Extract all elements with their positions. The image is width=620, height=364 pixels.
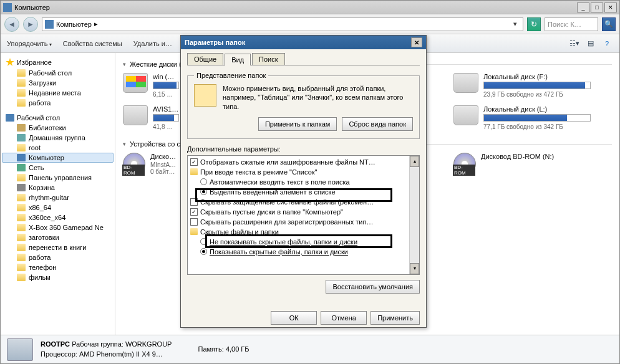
checkbox-hide-protected[interactable] xyxy=(190,198,198,206)
sidebar-item-root[interactable]: root xyxy=(2,143,114,153)
minimize-button[interactable]: _ xyxy=(577,2,589,12)
tab-search[interactable]: Поиск xyxy=(252,53,284,65)
view-button[interactable]: ☷▾ xyxy=(568,37,581,50)
collapse-icon[interactable]: ▾ xyxy=(123,61,126,67)
sidebar-item[interactable]: фильм xyxy=(2,272,114,282)
tab-view[interactable]: Вид xyxy=(225,54,251,65)
radio-show-hidden[interactable] xyxy=(200,248,207,255)
address-bar[interactable]: Компьютер ▸ ▾ xyxy=(42,17,523,31)
folder-icon xyxy=(17,214,26,221)
sidebar-item[interactable]: телефон xyxy=(2,262,114,272)
sidebar-item[interactable]: rhythm-guitar xyxy=(2,193,114,203)
folder-icon xyxy=(17,204,26,211)
folder-options-dialog: Параметры папок ✕ Общие Вид Поиск Предст… xyxy=(180,35,427,328)
sidebar-item[interactable]: перенести в книги xyxy=(2,242,114,252)
favorites-header: Избранное xyxy=(17,59,52,66)
drive-item[interactable]: Дисковод BD-ROM (N:) xyxy=(453,153,591,175)
radio[interactable] xyxy=(200,188,207,195)
nav-tree[interactable]: Избранное Рабочий стол Загрузки Недавние… xyxy=(1,53,115,335)
desktop-icon xyxy=(6,114,14,122)
preview-pane-button[interactable]: ▤ xyxy=(584,37,597,50)
search-input[interactable]: Поиск: К… xyxy=(545,17,598,31)
sidebar-item-downloads[interactable]: Загрузки xyxy=(2,78,114,88)
reset-folders-button[interactable]: Сброс вида папок xyxy=(342,117,413,131)
radio-dont-show-hidden[interactable] xyxy=(200,238,207,245)
drive-icon xyxy=(453,73,478,93)
folder-icon xyxy=(17,174,26,181)
advanced-options-tree[interactable]: ✓Отображать сжатые или зашифрованные фай… xyxy=(187,155,420,275)
sidebar-item-recent[interactable]: Недавние места xyxy=(2,88,114,98)
nav-bar: ◄ ► Компьютер ▸ ▾ ↻ Поиск: К… 🔍 xyxy=(1,14,619,34)
drive-item[interactable]: AVIS1… 41,8 … xyxy=(123,105,179,130)
group-devices: Устройства со с… xyxy=(130,140,187,148)
radio[interactable] xyxy=(200,178,207,185)
system-props-button[interactable]: Свойства системы xyxy=(63,40,122,47)
trash-icon xyxy=(17,184,26,191)
address-dropdown-icon[interactable]: ▾ xyxy=(510,20,520,28)
folder-icon xyxy=(17,274,26,281)
sidebar-item-controlpanel[interactable]: Панель управления xyxy=(2,173,114,183)
folder-icon xyxy=(17,244,26,251)
desktop-header: Рабочий стол xyxy=(17,114,60,122)
drive-icon xyxy=(123,105,148,125)
refresh-button[interactable]: ↻ xyxy=(527,17,541,31)
computer-icon xyxy=(45,20,54,29)
dialog-close-button[interactable]: ✕ xyxy=(411,37,422,47)
folder-icon xyxy=(190,168,198,175)
drive-icon xyxy=(123,73,148,93)
folder-icon xyxy=(17,254,26,261)
titlebar[interactable]: Компьютер _ □ ✕ xyxy=(1,1,619,14)
dialog-titlebar[interactable]: Параметры папок ✕ xyxy=(181,36,426,49)
sidebar-item-homegroup[interactable]: Домашняя группа xyxy=(2,133,114,143)
dialog-title: Параметры папок xyxy=(185,39,245,46)
window-title: Компьютер xyxy=(14,4,50,11)
folder-icon xyxy=(17,99,26,107)
apply-button[interactable]: Применить xyxy=(371,311,420,325)
collapse-icon[interactable]: ▾ xyxy=(123,141,126,147)
checkbox[interactable]: ✓ xyxy=(190,208,198,216)
advanced-label: Дополнительные параметры: xyxy=(187,145,420,153)
sidebar-item[interactable]: x360ce_x64 xyxy=(2,213,114,223)
drive-icon xyxy=(453,105,478,125)
folder-icon xyxy=(17,264,26,271)
folder-icon xyxy=(17,234,26,241)
help-button[interactable]: ? xyxy=(601,37,613,50)
folder-icon xyxy=(190,228,198,235)
forward-button[interactable]: ► xyxy=(23,17,38,32)
maximize-button[interactable]: □ xyxy=(591,2,603,12)
organize-menu[interactable]: Упорядочить xyxy=(7,40,52,47)
checkbox[interactable] xyxy=(190,218,198,226)
sidebar-item-work[interactable]: работа xyxy=(2,98,114,108)
drive-item[interactable]: win (… 6,15 … xyxy=(123,73,179,98)
close-button[interactable]: ✕ xyxy=(604,2,617,12)
sidebar-item[interactable]: x86_64 xyxy=(2,203,114,213)
folder-icon xyxy=(17,194,26,201)
ok-button[interactable]: ОК xyxy=(271,311,317,325)
drive-item[interactable]: Локальный диск (L:) 77,1 ГБ свободно из … xyxy=(453,105,591,130)
checkbox[interactable]: ✓ xyxy=(190,158,198,166)
folder-icon xyxy=(17,89,26,97)
folder-views-label: Представление папок xyxy=(194,72,268,79)
tab-general[interactable]: Общие xyxy=(187,53,223,65)
scrollbar[interactable] xyxy=(409,156,419,274)
tab-strip: Общие Вид Поиск xyxy=(187,53,420,65)
drive-item[interactable]: Диско… MInstA… 0 байт… xyxy=(123,153,179,175)
sidebar-item[interactable]: заготовки xyxy=(2,232,114,242)
sidebar-item[interactable]: работа xyxy=(2,252,114,262)
sidebar-item-libraries[interactable]: Библиотеки xyxy=(2,123,114,133)
computer-icon xyxy=(17,154,26,161)
cancel-button[interactable]: Отмена xyxy=(321,311,367,325)
sidebar-item-desktop[interactable]: Рабочий стол xyxy=(2,68,114,78)
sidebar-item-recyclebin[interactable]: Корзина xyxy=(2,183,114,193)
sidebar-item-network[interactable]: Сеть xyxy=(2,163,114,173)
search-button[interactable]: 🔍 xyxy=(602,17,616,31)
group-hard-drives: Жесткие диски (… xyxy=(130,60,188,68)
sidebar-item[interactable]: X-Box 360 Gamepad Ne xyxy=(2,223,114,232)
apply-to-folders-button[interactable]: Применить к папкам xyxy=(258,117,337,131)
sidebar-item-computer[interactable]: Компьютер xyxy=(2,153,114,163)
uninstall-button[interactable]: Удалить и… xyxy=(133,40,172,47)
folder-icon xyxy=(194,84,216,107)
restore-defaults-button[interactable]: Восстановить умолчания xyxy=(326,280,420,294)
back-button[interactable]: ◄ xyxy=(4,17,19,32)
drive-item[interactable]: Локальный диск (F:) 23,9 ГБ свободно из … xyxy=(453,73,591,98)
